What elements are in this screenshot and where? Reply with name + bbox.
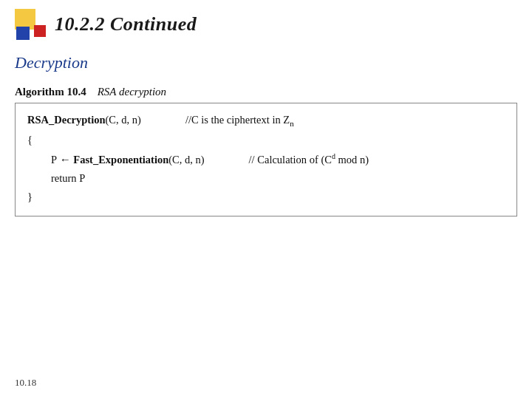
- header-icon: [15, 9, 46, 40]
- code-line-3: P ← Fast_Exponentiation (C, d, n) // Cal…: [27, 150, 505, 169]
- page-number: 10.18: [15, 377, 36, 389]
- code-box: RSA_Decryption (C, d, n) //C is the ciph…: [15, 103, 517, 216]
- close-brace: }: [27, 188, 33, 206]
- code-line-5: }: [27, 188, 505, 206]
- sub-n: n: [290, 119, 294, 128]
- header-title: 10.2.2 Continued: [55, 13, 197, 35]
- fast-exp-params: (C, d, n): [168, 151, 204, 169]
- code-line-1: RSA_Decryption (C, d, n) //C is the ciph…: [27, 111, 505, 131]
- function-params: (C, d, n): [106, 111, 141, 129]
- header: 10.2.2 Continued: [0, 0, 532, 46]
- open-brace: {: [27, 131, 33, 149]
- algorithm-name-italic: RSA decryption: [98, 86, 166, 98]
- algorithm-name-bold: Algorithm 10.4: [15, 86, 86, 98]
- fast-exp: Fast_Exponentiation: [73, 151, 168, 169]
- function-name: RSA_Decryption: [27, 111, 106, 129]
- assign-var: P: [51, 151, 57, 169]
- comment-1: //C is the ciphertext in Zn: [185, 111, 294, 131]
- code-line-2: {: [27, 131, 505, 149]
- sup-d: d: [332, 152, 335, 160]
- arrow: ←: [60, 150, 71, 169]
- comment-2: // Calculation of (Cd mod n): [249, 150, 369, 169]
- icon-square-blue: [16, 27, 30, 40]
- section-title: Decryption: [0, 46, 532, 78]
- icon-square-red: [34, 25, 46, 37]
- return-stmt: return P: [51, 169, 85, 188]
- algorithm-label: Algorithm 10.4 RSA decryption: [0, 86, 532, 103]
- code-line-4: return P: [27, 169, 505, 188]
